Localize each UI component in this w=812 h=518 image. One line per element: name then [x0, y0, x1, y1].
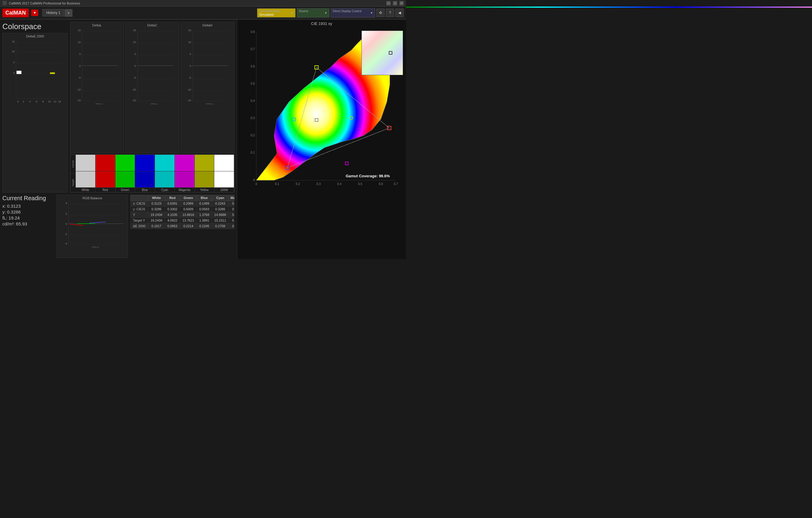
swatch-actual-red — [95, 155, 115, 171]
svg-text:10: 10 — [48, 100, 51, 103]
table-header-0 — [130, 195, 148, 201]
meter-dropdown-arrow: ▼ — [291, 11, 293, 15]
cell-4-4: 0.2708 — [212, 223, 229, 229]
svg-text:0.3: 0.3 — [317, 182, 321, 186]
swatch-label-green: Green — [115, 187, 135, 192]
swatch-label-blue: Blue — [135, 187, 155, 192]
cell-1-3: 0.0593 — [197, 207, 212, 212]
svg-text:0: 0 — [190, 64, 191, 67]
cell-4-1: 0.0953 — [165, 223, 180, 229]
y-label: y: — [2, 210, 6, 214]
logo-dropdown-arrow[interactable]: ▼ — [31, 9, 38, 16]
svg-text:0.7: 0.7 — [394, 182, 398, 186]
svg-text:-15: -15 — [77, 99, 81, 102]
cell-0-5: 0.3211 — [229, 201, 234, 207]
simulated-meter-value: Simulated — [259, 13, 289, 16]
swatch-label-magenta: Magenta — [175, 187, 194, 192]
svg-text:6: 6 — [36, 100, 37, 103]
deltaH-svg: 15 10 5 0 -5 -10 -15 — [182, 27, 233, 104]
cell-4-5: 0.0978 — [229, 223, 234, 229]
back-nav-button[interactable]: ◀ — [395, 9, 404, 17]
swatch-label-yellow: Yellow — [195, 187, 214, 192]
svg-text:5: 5 — [13, 61, 15, 64]
simulated-meter-dropdown[interactable]: Simulated Meter Simulated ▼ — [257, 8, 296, 18]
cell-0-4: 0.2243 — [212, 201, 229, 207]
deltaC-chart: DeltaC 15 10 5 0 -5 -10 -15 — [125, 22, 179, 153]
cell-2-4: 14.9688 — [212, 212, 229, 218]
swatch-target-cyan — [155, 171, 175, 187]
svg-text:15: 15 — [78, 29, 81, 32]
svg-line-80 — [89, 222, 106, 223]
close-button[interactable]: ✕ — [400, 1, 404, 5]
swatch-col-green: Green — [115, 155, 135, 192]
add-tab-button[interactable]: + — [65, 9, 72, 17]
deltaH-chart: DeltaH 15 10 5 0 -5 -10 -15 — [180, 22, 234, 153]
cell-0-2: 0.2999 — [180, 201, 197, 207]
swatch-col-cyan: Cyan — [155, 155, 175, 192]
row-label-4: ΔE 2000 — [130, 223, 148, 229]
svg-text:10: 10 — [133, 41, 136, 44]
svg-text:0.4: 0.4 — [338, 182, 342, 186]
settings-button[interactable]: ⚙ — [376, 9, 385, 17]
deltaC-title: DeltaC — [127, 24, 178, 27]
swatch-actual-magenta — [175, 155, 194, 171]
svg-text:White: White — [95, 103, 103, 104]
cell-3-0: 19.2434 — [148, 218, 165, 223]
svg-text:-5: -5 — [134, 76, 136, 79]
swatch-actual-blue — [135, 155, 155, 171]
deltae-section: Colorspace DeltaE 2000 15 10 5 0 — [2, 22, 68, 192]
source-dropdown[interactable]: Source ▼ — [297, 8, 329, 18]
table-header-6: Magenta — [229, 195, 234, 201]
swatch-target-white — [76, 171, 95, 187]
swatches-section: Actual Target White Red Green Blue — [70, 155, 234, 192]
svg-text:0: 0 — [66, 222, 67, 225]
ddc-dropdown-arrow: ▼ — [370, 11, 373, 15]
svg-rect-11 — [50, 73, 55, 74]
y-reading: y: 0.3286 — [2, 210, 54, 214]
history-tab[interactable]: History 1 — [42, 9, 64, 16]
current-reading: Current Reading x: 0.3123 y: 0.3286 fL: … — [2, 195, 54, 258]
svg-text:2: 2 — [23, 100, 24, 103]
row-label-3: Target Y — [130, 218, 148, 223]
app-icon: ⬛ — [2, 1, 7, 6]
swatch-label-cyan: Cyan — [155, 187, 175, 192]
cdm2-reading: cd/m²: 65.93 — [2, 221, 54, 226]
help-button[interactable]: ? — [386, 9, 394, 17]
svg-text:4: 4 — [29, 100, 31, 103]
fL-reading: fL: 19.24 — [2, 215, 54, 220]
ddc-value — [333, 13, 369, 16]
swatch-side-labels: Actual Target — [70, 155, 76, 192]
swatch-target-red — [95, 171, 115, 187]
svg-text:8: 8 — [42, 100, 44, 103]
svg-text:0.7: 0.7 — [251, 48, 255, 51]
table-header-3: Green — [180, 195, 197, 201]
cell-2-3: 1.3768 — [197, 212, 212, 218]
svg-text:-10: -10 — [187, 88, 191, 91]
data-table: WhiteRedGreenBlueCyanMagentaYellow100Wx:… — [130, 195, 234, 229]
swatch-col-red: Red — [95, 155, 115, 192]
ddc-dropdown[interactable]: Direct Display Control ▼ — [330, 8, 375, 18]
deltaC-svg: 15 10 5 0 -5 -10 -15 — [127, 27, 178, 104]
x-value: 0.3123 — [7, 203, 21, 209]
cell-3-5: 5.4813 — [229, 218, 234, 223]
swatch-target-100w — [214, 171, 234, 187]
svg-text:0.2: 0.2 — [251, 134, 255, 137]
svg-text:0.4: 0.4 — [251, 99, 255, 103]
rgb-balance-chart: RGB Balance 4 2 0 -2 -4 — [57, 195, 128, 258]
maximize-button[interactable]: □ — [393, 1, 397, 5]
svg-line-79 — [70, 224, 83, 225]
table-row: ΔE 20000.19170.09530.22140.22450.27080.0… — [130, 223, 235, 229]
swatch-label-100w: 100W — [214, 187, 234, 192]
svg-text:0.3: 0.3 — [251, 116, 255, 120]
swatch-actual-white — [76, 155, 95, 171]
cell-0-0: 0.3123 — [148, 201, 165, 207]
ddc-label: Direct Display Control — [333, 9, 369, 13]
svg-text:0: 0 — [135, 64, 136, 67]
cell-4-2: 0.2214 — [180, 223, 197, 229]
cell-4-3: 0.2245 — [197, 223, 212, 229]
swatch-target-blue — [135, 171, 155, 187]
calman-logo: CalMAN — [2, 9, 29, 17]
minimize-button[interactable]: — — [386, 1, 390, 5]
svg-text:0.6: 0.6 — [379, 182, 383, 186]
lower-area: Current Reading x: 0.3123 y: 0.3286 fL: … — [0, 194, 237, 259]
